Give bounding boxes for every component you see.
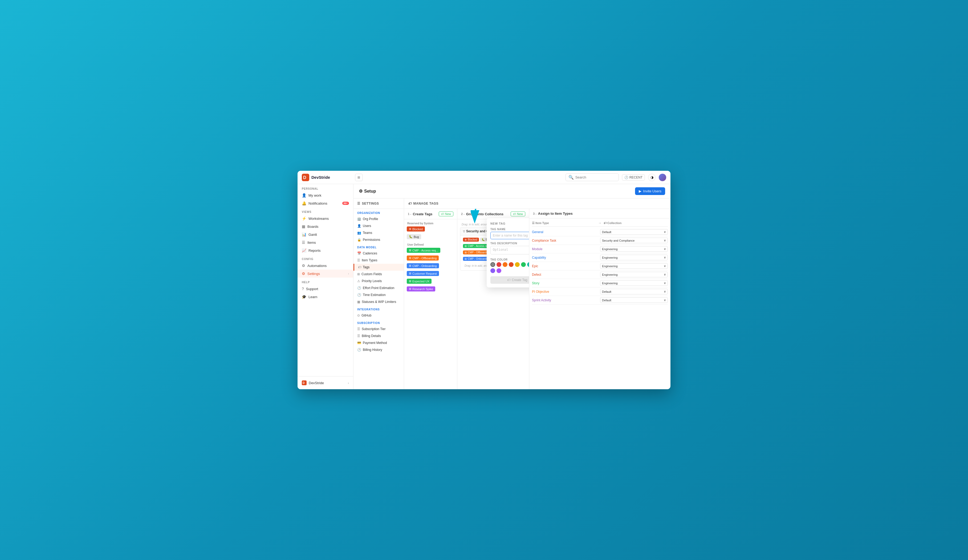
color-swatch-green[interactable] bbox=[521, 262, 526, 267]
settings-item-statuses[interactable]: ▦ Statuses & WIP Limiters bbox=[353, 298, 404, 305]
assign-select-capability[interactable]: Engineering ∨ bbox=[600, 255, 668, 260]
color-swatch-teal[interactable] bbox=[527, 262, 529, 267]
collections-new-button[interactable]: 🏷 New bbox=[511, 212, 525, 216]
sidebar-bottom-brand[interactable]: D DevStride › bbox=[298, 379, 353, 387]
invite-users-button[interactable]: ▶ Invite Users bbox=[635, 187, 665, 195]
sidebar-item-reports[interactable]: 📈 Reports bbox=[298, 247, 353, 254]
settings-item-cadences[interactable]: 📅 Cadences bbox=[353, 250, 404, 257]
settings-item-teams[interactable]: 👥 Teams bbox=[353, 229, 404, 236]
settings-item-priority-levels[interactable]: ⚠ Priority Levels bbox=[353, 278, 404, 285]
invite-label: Invite Users bbox=[643, 189, 661, 193]
assign-select-defect[interactable]: Engineering ∨ bbox=[600, 272, 668, 277]
customer-delete-btn[interactable]: ✕ bbox=[451, 273, 454, 276]
settings-item-billing-history[interactable]: 🕐 Billing History bbox=[353, 346, 404, 353]
expand-sidebar-button[interactable]: ⊞ bbox=[355, 174, 363, 181]
settings-item-permissions[interactable]: 🔒 Permissions bbox=[353, 236, 404, 243]
sidebar-item-settings[interactable]: ⚙ Settings › bbox=[298, 270, 353, 278]
sidebar-item-learn[interactable]: 🎓 Learn bbox=[298, 293, 353, 301]
color-swatch-gray[interactable] bbox=[491, 262, 495, 267]
settings-item-custom-fields[interactable]: ⊞ Custom Fields bbox=[353, 271, 404, 278]
create-tag-icon: 🏷 bbox=[507, 278, 511, 282]
tag-pill-bug[interactable]: 🐛 Bug bbox=[407, 234, 421, 239]
item-type-sprint: Sprint Activity bbox=[532, 298, 596, 302]
tag-pill-blocked[interactable]: ⊗ Blocked bbox=[407, 227, 425, 232]
collection-header-icon: 🏷 bbox=[603, 221, 607, 225]
color-swatch-red[interactable] bbox=[497, 262, 501, 267]
bell-icon: 🔔 bbox=[302, 201, 306, 205]
customer-edit-btn[interactable]: ✏ bbox=[446, 273, 450, 276]
reports-icon: 📈 bbox=[302, 248, 306, 253]
sidebar-label-items: Items bbox=[307, 240, 316, 245]
sidebar-item-boards[interactable]: ▦ Boards bbox=[298, 222, 353, 230]
search-input[interactable] bbox=[575, 175, 616, 179]
settings-item-users[interactable]: 👤 Users bbox=[353, 222, 404, 229]
settings-item-billing-details[interactable]: ☰ Billing Details bbox=[353, 333, 404, 340]
sidebar-item-support[interactable]: ? Support bbox=[298, 285, 353, 293]
top-bar-center: ⊞ bbox=[355, 174, 565, 181]
tag-pill-expected-ux[interactable]: ⊞ Expected UX bbox=[407, 279, 431, 284]
color-swatch-purple[interactable] bbox=[497, 268, 501, 273]
collection-tag-blocked[interactable]: ⊗ Blocked bbox=[463, 238, 479, 242]
color-swatch-salmon[interactable] bbox=[503, 262, 507, 267]
sidebar-item-items[interactable]: ☰ Items bbox=[298, 239, 353, 247]
column-assign-item-types: 3 - Assign to Item Types ☰ Item Type bbox=[529, 209, 670, 389]
research-delete-btn[interactable]: ✕ bbox=[451, 288, 454, 292]
assign-select-module[interactable]: Engineering ∨ bbox=[600, 246, 668, 252]
chevron-down-icon9: ∨ bbox=[664, 298, 666, 302]
assign-row-general: General Default ∨ bbox=[532, 228, 668, 236]
assign-select-piobjective[interactable]: Default ∨ bbox=[600, 289, 668, 294]
sidebar-item-my-work[interactable]: 👤 My work bbox=[298, 191, 353, 199]
expand-icon: ⊞ bbox=[358, 176, 360, 179]
theme-toggle-button[interactable]: ◑ bbox=[648, 174, 656, 181]
color-swatch-orange[interactable] bbox=[509, 262, 514, 267]
search-bar[interactable]: 🔍 bbox=[565, 174, 619, 181]
assign-select-compliance[interactable]: Security and Compliance ∨ bbox=[600, 238, 668, 243]
learn-icon: 🎓 bbox=[302, 295, 306, 299]
settings-item-org-profile[interactable]: 🏢 Org Profile bbox=[353, 215, 404, 222]
assign-select-general[interactable]: Default ∨ bbox=[600, 229, 668, 235]
new-tag-icon: 🏷 bbox=[441, 212, 444, 215]
settings-item-github-label: GitHub bbox=[361, 313, 371, 317]
column-group-collections: 2 - Group into Collections 🏷 New Drag: i… bbox=[457, 209, 529, 389]
tag-pill-cmp-onboarding[interactable]: ⊞ CMP - Onboarding bbox=[407, 263, 439, 268]
tag-pill-cmp-access[interactable]: ⊞ CMP - Access req... bbox=[407, 248, 440, 253]
tag-pill-cmp-offboarding[interactable]: ⊞ CMP - Offboarding bbox=[407, 255, 439, 260]
research-grid-icon: ⊞ bbox=[409, 287, 411, 291]
setup-icon: ⚙ bbox=[359, 189, 363, 194]
sidebar-item-notifications[interactable]: 🔔 Notifications 99+ bbox=[298, 199, 353, 207]
tag-row-cmp-access: ⊞ CMP - Access req... bbox=[407, 248, 454, 254]
assign-select-epic[interactable]: Engineering ∨ bbox=[600, 263, 668, 269]
settings-item-time-estimation[interactable]: 🕐 Time Estimation bbox=[353, 292, 404, 298]
settings-item-subscription-tier[interactable]: ☰ Subscription Tier bbox=[353, 326, 404, 333]
research-edit-btn[interactable]: ✏ bbox=[446, 288, 450, 292]
settings-item-billing-details-label: Billing Details bbox=[362, 334, 381, 338]
tag-description-input[interactable] bbox=[491, 246, 529, 254]
collections-new-icon: 🏷 bbox=[513, 212, 516, 215]
tag-pill-research-spike[interactable]: ⊞ Research Spike bbox=[407, 287, 435, 292]
assign-select-story[interactable]: Engineering ∨ bbox=[600, 280, 668, 286]
tag-name-input[interactable] bbox=[491, 232, 529, 239]
create-tag-button[interactable]: 🏷 Create Tag bbox=[491, 276, 529, 284]
sidebar-item-automations[interactable]: ⚙ Automations bbox=[298, 262, 353, 270]
settings-item-effort-point[interactable]: 🕐 Effort Point Estimation bbox=[353, 285, 404, 292]
bottom-brand-label: DevStride bbox=[309, 381, 324, 385]
color-swatch-yellow[interactable] bbox=[515, 262, 520, 267]
settings-item-tags[interactable]: 🏷 Tags bbox=[353, 264, 404, 271]
tag-pill-customer-request[interactable]: ⊞ Customer Request bbox=[407, 271, 439, 276]
color-swatch-violet[interactable] bbox=[491, 268, 495, 273]
tags-columns: 1 - Create Tags 🏷 New Reserved by System bbox=[404, 209, 670, 389]
sidebar-item-workstreams[interactable]: ⚡ Workstreams bbox=[298, 214, 353, 222]
settings-item-payment-method[interactable]: 💳 Payment Method bbox=[353, 340, 404, 346]
sidebar-bottom: D DevStride › bbox=[298, 376, 353, 389]
recent-button[interactable]: 🕐 RECENT bbox=[622, 174, 645, 181]
settings-item-item-types[interactable]: ☰ Item Types bbox=[353, 257, 404, 264]
sidebar-section-config: CONFIG bbox=[298, 254, 353, 262]
new-tag-dialog: NEW TAG ✕ TAG NAME TAG DESCRIPTION TAG C… bbox=[487, 218, 529, 287]
settings-item-github[interactable]: ⊙ GitHub bbox=[353, 312, 404, 319]
user-avatar[interactable] bbox=[659, 174, 666, 181]
assign-select-sprint[interactable]: Default ∨ bbox=[600, 297, 668, 303]
col2-header: 2 - Group into Collections 🏷 New bbox=[457, 209, 529, 219]
assign-column-body: ☰ Item Type → 🏷 Collection bbox=[529, 219, 670, 307]
create-tags-new-button[interactable]: 🏷 New bbox=[439, 212, 453, 216]
sidebar-item-gantt[interactable]: 📊 Gantt bbox=[298, 230, 353, 239]
